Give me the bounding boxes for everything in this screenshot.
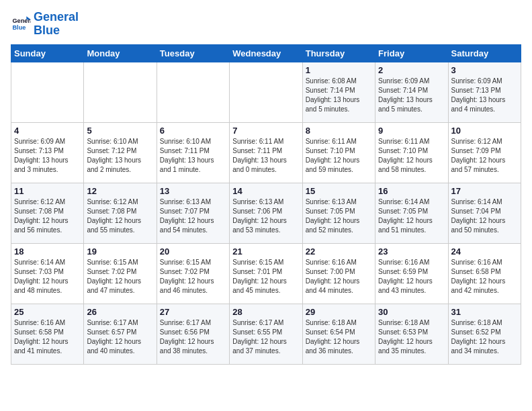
calendar-cell: 15Sunrise: 6:13 AM Sunset: 7:05 PM Dayli… (302, 183, 375, 243)
day-number: 6 (160, 126, 226, 136)
cell-info: Sunrise: 6:17 AM Sunset: 6:57 PM Dayligh… (87, 318, 153, 356)
calendar-header: SundayMondayTuesdayWednesdayThursdayFrid… (11, 44, 521, 62)
calendar-cell: 23Sunrise: 6:16 AM Sunset: 6:59 PM Dayli… (375, 243, 448, 304)
cell-info: Sunrise: 6:16 AM Sunset: 6:58 PM Dayligh… (451, 258, 518, 295)
calendar-week-3: 18Sunrise: 6:14 AM Sunset: 7:03 PM Dayli… (11, 243, 521, 304)
day-number: 20 (160, 246, 226, 257)
day-number: 17 (451, 186, 518, 196)
cell-info: Sunrise: 6:18 AM Sunset: 6:53 PM Dayligh… (378, 318, 445, 356)
day-number: 16 (378, 186, 445, 196)
day-number: 3 (451, 65, 518, 75)
calendar-cell: 4Sunrise: 6:09 AM Sunset: 7:13 PM Daylig… (11, 122, 84, 183)
logo: General Blue GeneralBlue (11, 11, 79, 38)
calendar-cell: 9Sunrise: 6:11 AM Sunset: 7:10 PM Daylig… (375, 122, 448, 183)
cell-info: Sunrise: 6:13 AM Sunset: 7:07 PM Dayligh… (160, 197, 226, 235)
calendar-cell: 11Sunrise: 6:12 AM Sunset: 7:08 PM Dayli… (11, 183, 84, 243)
header-day-wednesday: Wednesday (230, 44, 302, 62)
calendar-cell (84, 62, 157, 122)
calendar-week-2: 11Sunrise: 6:12 AM Sunset: 7:08 PM Dayli… (11, 183, 521, 243)
cell-info: Sunrise: 6:12 AM Sunset: 7:08 PM Dayligh… (14, 197, 81, 235)
cell-info: Sunrise: 6:10 AM Sunset: 7:12 PM Dayligh… (87, 137, 153, 175)
calendar-cell: 1Sunrise: 6:08 AM Sunset: 7:14 PM Daylig… (302, 62, 375, 122)
calendar-cell: 14Sunrise: 6:13 AM Sunset: 7:06 PM Dayli… (230, 183, 302, 243)
day-number: 7 (232, 126, 299, 136)
logo-icon: General Blue (11, 14, 31, 34)
day-number: 13 (160, 186, 226, 196)
calendar-cell: 29Sunrise: 6:18 AM Sunset: 6:54 PM Dayli… (302, 304, 375, 364)
header-day-tuesday: Tuesday (157, 44, 229, 62)
cell-info: Sunrise: 6:08 AM Sunset: 7:14 PM Dayligh… (306, 77, 372, 114)
day-number: 28 (232, 307, 299, 317)
calendar-cell: 2Sunrise: 6:09 AM Sunset: 7:14 PM Daylig… (375, 62, 448, 122)
cell-info: Sunrise: 6:16 AM Sunset: 7:00 PM Dayligh… (306, 258, 372, 295)
day-number: 22 (306, 246, 372, 257)
cell-info: Sunrise: 6:14 AM Sunset: 7:03 PM Dayligh… (14, 258, 81, 295)
cell-info: Sunrise: 6:17 AM Sunset: 6:55 PM Dayligh… (232, 318, 299, 356)
cell-info: Sunrise: 6:09 AM Sunset: 7:13 PM Dayligh… (14, 137, 81, 175)
calendar-cell: 19Sunrise: 6:15 AM Sunset: 7:02 PM Dayli… (84, 243, 157, 304)
calendar-week-0: 1Sunrise: 6:08 AM Sunset: 7:14 PM Daylig… (11, 62, 521, 122)
day-number: 5 (87, 126, 153, 136)
cell-info: Sunrise: 6:12 AM Sunset: 7:08 PM Dayligh… (87, 197, 153, 235)
calendar-cell: 21Sunrise: 6:15 AM Sunset: 7:01 PM Dayli… (230, 243, 302, 304)
day-number: 31 (451, 307, 518, 317)
logo-text: GeneralBlue (34, 11, 79, 38)
calendar-cell: 18Sunrise: 6:14 AM Sunset: 7:03 PM Dayli… (11, 243, 84, 304)
calendar-cell: 26Sunrise: 6:17 AM Sunset: 6:57 PM Dayli… (84, 304, 157, 364)
calendar-cell: 27Sunrise: 6:17 AM Sunset: 6:56 PM Dayli… (157, 304, 229, 364)
page-header: General Blue GeneralBlue (11, 11, 521, 38)
cell-info: Sunrise: 6:16 AM Sunset: 6:59 PM Dayligh… (378, 258, 445, 295)
day-number: 27 (160, 307, 226, 317)
cell-info: Sunrise: 6:13 AM Sunset: 7:06 PM Dayligh… (232, 197, 299, 235)
cell-info: Sunrise: 6:11 AM Sunset: 7:10 PM Dayligh… (378, 137, 445, 175)
calendar-cell: 17Sunrise: 6:14 AM Sunset: 7:04 PM Dayli… (448, 183, 521, 243)
day-number: 10 (451, 126, 518, 136)
cell-info: Sunrise: 6:12 AM Sunset: 7:09 PM Dayligh… (451, 137, 518, 175)
day-number: 26 (87, 307, 153, 317)
calendar-cell: 8Sunrise: 6:11 AM Sunset: 7:10 PM Daylig… (302, 122, 375, 183)
header-row: SundayMondayTuesdayWednesdayThursdayFrid… (11, 44, 521, 62)
cell-info: Sunrise: 6:15 AM Sunset: 7:01 PM Dayligh… (232, 258, 299, 295)
cell-info: Sunrise: 6:13 AM Sunset: 7:05 PM Dayligh… (306, 197, 372, 235)
calendar-cell: 3Sunrise: 6:09 AM Sunset: 7:13 PM Daylig… (448, 62, 521, 122)
calendar-week-4: 25Sunrise: 6:16 AM Sunset: 6:58 PM Dayli… (11, 304, 521, 364)
calendar-cell: 30Sunrise: 6:18 AM Sunset: 6:53 PM Dayli… (375, 304, 448, 364)
day-number: 18 (14, 246, 81, 257)
calendar-cell: 16Sunrise: 6:14 AM Sunset: 7:05 PM Dayli… (375, 183, 448, 243)
cell-info: Sunrise: 6:15 AM Sunset: 7:02 PM Dayligh… (160, 258, 226, 295)
cell-info: Sunrise: 6:11 AM Sunset: 7:10 PM Dayligh… (306, 137, 372, 175)
calendar-body: 1Sunrise: 6:08 AM Sunset: 7:14 PM Daylig… (11, 62, 521, 364)
calendar-cell (157, 62, 229, 122)
cell-info: Sunrise: 6:11 AM Sunset: 7:11 PM Dayligh… (232, 137, 299, 175)
day-number: 2 (378, 65, 445, 75)
calendar-cell: 7Sunrise: 6:11 AM Sunset: 7:11 PM Daylig… (230, 122, 302, 183)
cell-info: Sunrise: 6:16 AM Sunset: 6:58 PM Dayligh… (14, 318, 81, 356)
calendar-cell: 24Sunrise: 6:16 AM Sunset: 6:58 PM Dayli… (448, 243, 521, 304)
calendar-cell: 13Sunrise: 6:13 AM Sunset: 7:07 PM Dayli… (157, 183, 229, 243)
cell-info: Sunrise: 6:10 AM Sunset: 7:11 PM Dayligh… (160, 137, 226, 175)
calendar-cell (230, 62, 302, 122)
calendar-cell: 25Sunrise: 6:16 AM Sunset: 6:58 PM Dayli… (11, 304, 84, 364)
day-number: 8 (306, 126, 372, 136)
cell-info: Sunrise: 6:14 AM Sunset: 7:04 PM Dayligh… (451, 197, 518, 235)
calendar-cell: 12Sunrise: 6:12 AM Sunset: 7:08 PM Dayli… (84, 183, 157, 243)
cell-info: Sunrise: 6:18 AM Sunset: 6:54 PM Dayligh… (306, 318, 372, 356)
day-number: 21 (232, 246, 299, 257)
cell-info: Sunrise: 6:09 AM Sunset: 7:13 PM Dayligh… (451, 77, 518, 114)
day-number: 23 (378, 246, 445, 257)
day-number: 9 (378, 126, 445, 136)
svg-text:Blue: Blue (13, 24, 26, 31)
day-number: 30 (378, 307, 445, 317)
calendar-table: SundayMondayTuesdayWednesdayThursdayFrid… (11, 44, 521, 365)
calendar-cell: 10Sunrise: 6:12 AM Sunset: 7:09 PM Dayli… (448, 122, 521, 183)
day-number: 24 (451, 246, 518, 257)
day-number: 15 (306, 186, 372, 196)
header-day-saturday: Saturday (448, 44, 521, 62)
calendar-cell: 28Sunrise: 6:17 AM Sunset: 6:55 PM Dayli… (230, 304, 302, 364)
cell-info: Sunrise: 6:18 AM Sunset: 6:52 PM Dayligh… (451, 318, 518, 356)
day-number: 1 (306, 65, 372, 75)
day-number: 11 (14, 186, 81, 196)
day-number: 14 (232, 186, 299, 196)
day-number: 19 (87, 246, 153, 257)
day-number: 29 (306, 307, 372, 317)
